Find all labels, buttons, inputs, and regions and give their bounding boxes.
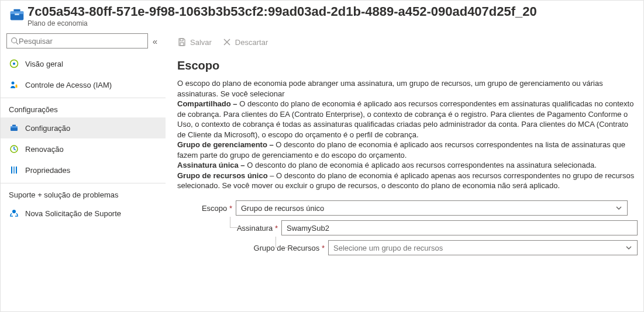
- svg-rect-15: [11, 167, 12, 174]
- svg-rect-3: [15, 13, 19, 15]
- resource-group-label: Grupo de Recursos *: [195, 244, 328, 252]
- sidebar-search[interactable]: [6, 33, 148, 48]
- sidebar-item-renewal[interactable]: Renovação: [1, 138, 166, 160]
- svg-point-4: [12, 38, 17, 43]
- svg-rect-21: [180, 39, 183, 41]
- config-icon: [9, 123, 19, 133]
- svg-rect-20: [16, 216, 18, 217]
- desc-mg: Grupo de gerenciamento – O desconto do p…: [177, 140, 638, 160]
- sidebar-item-label: Propriedades: [25, 166, 70, 175]
- svg-rect-17: [16, 167, 17, 174]
- page-header: 7c05a543-80ff-571e-9f98-1063b3b53cf2:99a…: [1, 1, 643, 30]
- sidebar-item-label: Configuração: [25, 124, 70, 133]
- discard-label: Descartar: [235, 38, 268, 47]
- properties-icon: [9, 165, 19, 175]
- sidebar-item-properties[interactable]: Propriedades: [1, 160, 166, 181]
- svg-point-8: [12, 82, 15, 85]
- search-input[interactable]: [19, 37, 144, 46]
- sidebar-group-support: Suporte + solução de problemas: [1, 185, 166, 203]
- subscription-value: SwamySub2: [287, 224, 329, 233]
- sidebar-item-label: Controle de Acesso (IAM): [25, 81, 112, 89]
- subscription-input[interactable]: SwamySub2: [281, 220, 638, 235]
- svg-rect-16: [13, 167, 15, 174]
- search-icon: [11, 37, 19, 45]
- desc-single: Assinatura única – O desconto do plano d…: [177, 160, 638, 171]
- svg-rect-13: [12, 125, 16, 127]
- svg-rect-2: [13, 9, 20, 12]
- scope-description: O escopo do plano de economia pode abran…: [177, 78, 638, 191]
- svg-rect-10: [16, 86, 18, 88]
- save-button[interactable]: Salvar: [177, 37, 212, 47]
- svg-point-18: [12, 210, 16, 213]
- resource-group-placeholder: Selecione um grupo de recursos: [333, 244, 443, 252]
- discard-button[interactable]: Descartar: [222, 37, 268, 47]
- resource-title: 7c05a543-80ff-571e-9f98-1063b3b53cf2:99a…: [27, 4, 638, 19]
- svg-rect-22: [180, 43, 184, 46]
- sidebar: « Visão geral Controle de Acesso (IAM) C…: [1, 30, 166, 311]
- scope-select[interactable]: Grupo de recursos único: [236, 200, 628, 216]
- save-icon: [177, 37, 187, 47]
- sidebar-item-overview[interactable]: Visão geral: [1, 53, 166, 74]
- chevron-down-icon: [615, 204, 622, 212]
- desc-rg: Grupo de recursos único – O desconto do …: [177, 171, 638, 191]
- svg-rect-12: [11, 126, 18, 128]
- scope-value: Grupo de recursos único: [241, 204, 324, 213]
- sidebar-item-iam[interactable]: Controle de Acesso (IAM): [1, 74, 166, 95]
- iam-icon: [9, 79, 19, 90]
- main-content: Salvar Descartar Escopo O escopo do plan…: [166, 30, 643, 311]
- section-title: Escopo: [177, 59, 638, 72]
- scope-form: Escopo * Grupo de recursos único Assinat…: [177, 200, 638, 255]
- toolbar: Salvar Descartar: [177, 33, 638, 51]
- resource-icon: [6, 4, 27, 25]
- svg-rect-19: [11, 216, 12, 217]
- subscription-label: Assinatura *: [195, 224, 281, 233]
- svg-point-7: [13, 63, 15, 65]
- sidebar-item-label: Renovação: [25, 145, 64, 154]
- svg-line-5: [16, 43, 19, 45]
- desc-intro: O escopo do plano de economia pode abran…: [177, 78, 638, 99]
- sidebar-item-new-support-request[interactable]: Nova Solicitação de Suporte: [1, 203, 166, 224]
- sidebar-item-label: Nova Solicitação de Suporte: [25, 209, 121, 218]
- chevron-down-icon: [625, 244, 632, 251]
- sidebar-item-label: Visão geral: [25, 60, 63, 68]
- desc-shared: Compartilhado – O desconto do plano de e…: [177, 99, 638, 140]
- renewal-icon: [9, 144, 19, 154]
- sidebar-item-configuration[interactable]: Configuração: [1, 117, 166, 138]
- save-label: Salvar: [190, 38, 212, 47]
- sidebar-group-settings: Configurações: [1, 99, 166, 117]
- overview-icon: [9, 58, 19, 69]
- collapse-sidebar-button[interactable]: «: [148, 36, 162, 46]
- resource-group-select[interactable]: Selecione um grupo de recursos: [328, 240, 638, 255]
- support-icon: [9, 208, 19, 219]
- discard-icon: [222, 37, 232, 47]
- scope-label: Escopo *: [195, 204, 236, 213]
- resource-type: Plano de economia: [27, 19, 638, 27]
